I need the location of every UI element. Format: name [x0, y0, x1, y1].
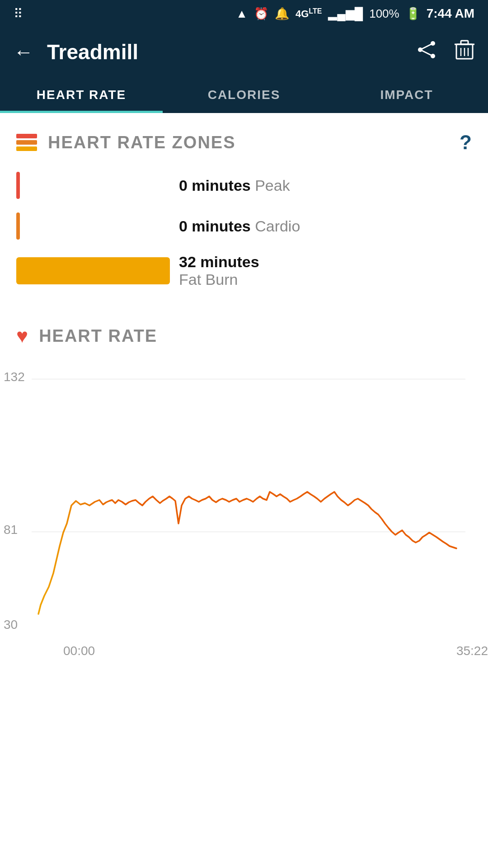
layers-icon [16, 134, 37, 151]
alarm-icon: ⏰ [254, 7, 268, 21]
header: ← Treadmill [0, 27, 488, 77]
heart-rate-svg [32, 365, 465, 637]
heart-rate-header: ♥ HEART RATE [0, 316, 488, 361]
app-grid-icon: ⠿ [14, 6, 23, 21]
heart-rate-zones-header: HEART RATE ZONES ? [0, 113, 488, 163]
x-label-start: 00:00 [63, 644, 95, 658]
peak-zone-line [16, 172, 20, 199]
heart-rate-chart-container: 132 81 30 [0, 361, 488, 685]
status-icons: ▲ ⏰ 🔔 4GLTE ▂▄▆█ 100% 🔋 7:44 AM [236, 6, 474, 21]
header-actions [417, 39, 474, 65]
x-label-end: 35:22 [456, 644, 488, 658]
svg-line-4 [420, 50, 433, 56]
zone-fat-burn: 32 minutes Fat Burn [16, 253, 472, 288]
zone-peak-text: 0 minutes Peak [179, 177, 290, 194]
signal-4g-icon: 4GLTE [296, 7, 322, 20]
status-time: 7:44 AM [427, 6, 474, 21]
heart-rate-zones-title: HEART RATE ZONES [48, 133, 449, 152]
tab-calories[interactable]: CALORIES [163, 77, 325, 113]
fat-burn-bar [16, 257, 170, 284]
zones-container: 0 minutes Peak 0 minutes Cardio 32 minut… [0, 163, 488, 311]
signal-bars-icon: ▂▄▆█ [328, 7, 363, 21]
help-button[interactable]: ? [460, 131, 472, 154]
heart-rate-title: HEART RATE [39, 326, 157, 346]
status-bar: ⠿ ▲ ⏰ 🔔 4GLTE ▂▄▆█ 100% 🔋 7:44 AM [0, 0, 488, 27]
tabs-container: HEART RATE CALORIES IMPACT [0, 77, 488, 113]
zone-peak: 0 minutes Peak [16, 172, 472, 199]
zone-cardio: 0 minutes Cardio [16, 212, 472, 240]
bluetooth-icon: ▲ [236, 7, 248, 21]
zone-fat-burn-text: 32 minutes Fat Burn [179, 253, 259, 288]
svg-line-3 [420, 43, 433, 50]
zone-fat-burn-bar [16, 257, 170, 284]
heart-icon: ♥ [16, 325, 28, 347]
back-button[interactable]: ← [14, 41, 33, 63]
svg-rect-7 [461, 41, 468, 44]
heart-rate-chart: 132 81 30 [32, 365, 465, 637]
battery-icon: 🔋 [406, 7, 420, 21]
alarm2-icon: 🔔 [275, 7, 289, 21]
battery-percentage: 100% [369, 7, 399, 21]
y-label-81: 81 [4, 523, 18, 537]
zone-cardio-text: 0 minutes Cardio [179, 217, 300, 235]
heart-rate-section: ♥ HEART RATE 132 81 30 [0, 311, 488, 685]
delete-button[interactable] [455, 39, 474, 65]
zone-peak-bar [16, 172, 170, 199]
chart-x-labels: 00:00 35:22 [32, 637, 488, 658]
cardio-zone-line [16, 212, 20, 240]
y-label-132: 132 [4, 370, 25, 384]
tab-heart-rate[interactable]: HEART RATE [0, 77, 163, 113]
main-content: HEART RATE ZONES ? 0 minutes Peak 0 minu… [0, 113, 488, 685]
zone-cardio-bar [16, 212, 170, 240]
y-label-30: 30 [4, 618, 18, 632]
page-title: Treadmill [47, 40, 403, 64]
share-button[interactable] [417, 40, 436, 64]
tab-impact[interactable]: IMPACT [325, 77, 488, 113]
